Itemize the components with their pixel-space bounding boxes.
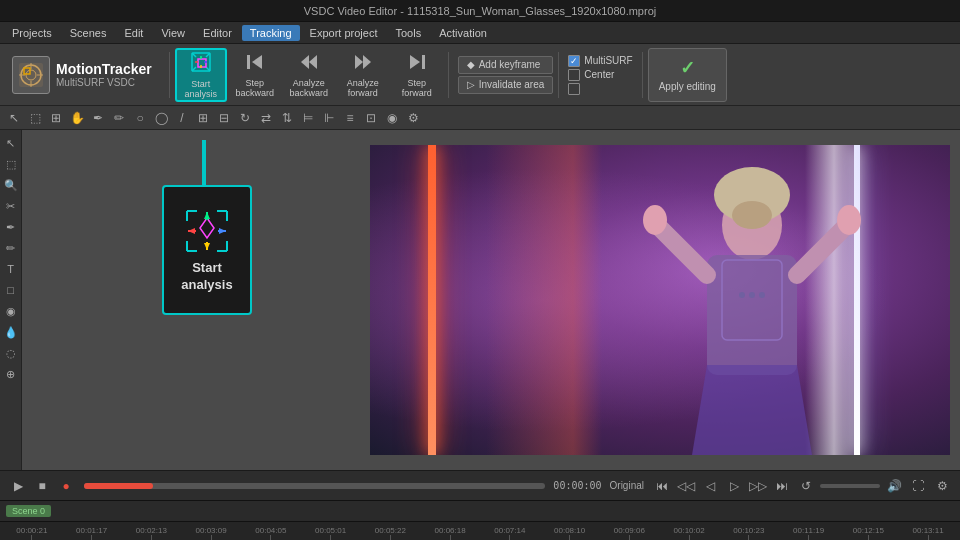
menu-projects[interactable]: Projects (4, 25, 60, 41)
timeline-tick: 00:03:09 (181, 526, 241, 540)
left-pen[interactable]: ✒ (2, 218, 20, 236)
svg-marker-38 (204, 243, 210, 250)
timeline-ruler[interactable]: 00:00:2100:01:1700:02:1300:03:0900:04:05… (2, 522, 958, 540)
menu-editor[interactable]: Editor (195, 25, 240, 41)
prev-frame-btn[interactable]: ⏮ (652, 476, 672, 496)
timeline-tick: 00:10:02 (659, 526, 719, 540)
zoom-tool[interactable]: ⊞ (46, 108, 66, 128)
volume-bar[interactable] (820, 484, 880, 488)
svg-marker-21 (309, 55, 317, 69)
ellipse-tool[interactable]: ◯ (151, 108, 171, 128)
menu-tracking[interactable]: Tracking (242, 25, 300, 41)
left-clone[interactable]: ⊕ (2, 365, 20, 383)
draw-tool[interactable]: ✏ (109, 108, 129, 128)
step-forward-icon (406, 51, 428, 76)
center-row[interactable]: Center (568, 69, 632, 81)
align-tool[interactable]: ⊨ (298, 108, 318, 128)
rotate-tool[interactable]: ↻ (235, 108, 255, 128)
loop-btn[interactable]: ↺ (796, 476, 816, 496)
video-background (370, 145, 950, 455)
left-eyedrop[interactable]: 💧 (2, 323, 20, 341)
timeline-tick: 00:05:01 (301, 526, 361, 540)
left-blur[interactable]: ◌ (2, 344, 20, 362)
logo-subtitle: MultiSURF VSDC (56, 77, 152, 88)
hand-tool[interactable]: ✋ (67, 108, 87, 128)
multisurf-area: ✓ MultiSURF Center (564, 53, 636, 97)
invalidate-icon: ▷ (467, 79, 475, 90)
left-cursor[interactable]: ↖ (2, 134, 20, 152)
stop-btn[interactable]: ■ (32, 476, 52, 496)
svg-rect-18 (247, 55, 250, 69)
separator-4 (642, 52, 643, 98)
left-brush[interactable]: ✏ (2, 239, 20, 257)
analyze-forward-btn[interactable]: Analyze forward (337, 48, 389, 102)
step-backward-btn[interactable]: Step backward (229, 48, 281, 102)
apply-editing-btn[interactable]: ✓ Apply editing (648, 48, 727, 102)
motion-tracker-logo: MotionTracker MultiSURF VSDC (4, 54, 160, 96)
logo-icon (12, 56, 50, 94)
multisurf-checkbox[interactable]: ✓ (568, 55, 580, 67)
fullscreen-btn[interactable]: ⛶ (908, 476, 928, 496)
group-tool[interactable]: ⊡ (361, 108, 381, 128)
invalidate-area-btn[interactable]: ▷ Invalidate area (458, 76, 554, 94)
shape-tool[interactable]: ○ (130, 108, 150, 128)
start-analysis-toolbar-btn[interactable]: Start analysis (175, 48, 227, 102)
woman-figure (637, 165, 867, 455)
select-tool[interactable]: ⬚ (25, 108, 45, 128)
tracker-crosshair-icon (182, 206, 232, 256)
distribute-tool[interactable]: ⊩ (319, 108, 339, 128)
multisurf-row[interactable]: ✓ MultiSURF (568, 55, 632, 67)
cursor-tool[interactable]: ↖ (4, 108, 24, 128)
step-back-btn[interactable]: ◁ (700, 476, 720, 496)
analyze-forward-label: Analyze forward (340, 78, 386, 98)
left-crop[interactable]: ✂ (2, 197, 20, 215)
svg-marker-24 (410, 55, 420, 69)
add-keyframe-btn[interactable]: ◆ Add keyframe (458, 56, 554, 74)
menu-view[interactable]: View (153, 25, 193, 41)
settings-btn[interactable]: ⚙ (932, 476, 952, 496)
fast-forward-btn[interactable]: ▷▷ (748, 476, 768, 496)
analyze-backward-btn[interactable]: Analyze backward (283, 48, 335, 102)
timeline-tick: 00:13:11 (898, 526, 958, 540)
record-btn[interactable]: ● (56, 476, 76, 496)
snap-tool[interactable]: ⊟ (214, 108, 234, 128)
left-select[interactable]: ⬚ (2, 155, 20, 173)
next-frame-btn[interactable]: ⏭ (772, 476, 792, 496)
step-forward-label: Step forward (394, 78, 440, 98)
center-label: Center (584, 69, 614, 80)
svg-point-53 (739, 292, 745, 298)
grid-tool[interactable]: ⊞ (193, 108, 213, 128)
order-tool[interactable]: ≡ (340, 108, 360, 128)
timeline-tick: 00:01:17 (62, 526, 122, 540)
menu-tools[interactable]: Tools (387, 25, 429, 41)
left-shape[interactable]: □ (2, 281, 20, 299)
play-pause-btn[interactable]: ▶ (8, 476, 28, 496)
timeline-tick: 00:12:15 (839, 526, 899, 540)
left-zoom[interactable]: 🔍 (2, 176, 20, 194)
rewind-btn[interactable]: ◁◁ (676, 476, 696, 496)
mirror-tool[interactable]: ⇅ (277, 108, 297, 128)
settings-tool[interactable]: ⚙ (403, 108, 423, 128)
step-forward-btn[interactable]: Step forward (391, 48, 443, 102)
pen-tool[interactable]: ✒ (88, 108, 108, 128)
volume-icon[interactable]: 🔊 (884, 476, 904, 496)
svg-point-55 (759, 292, 765, 298)
start-analysis-canvas-btn[interactable]: Startanalysis (162, 185, 252, 315)
start-analysis-canvas-label: Startanalysis (181, 260, 232, 294)
play-btn[interactable]: ▷ (724, 476, 744, 496)
left-text[interactable]: T (2, 260, 20, 278)
extra-checkbox[interactable] (568, 83, 580, 95)
flip-tool[interactable]: ⇄ (256, 108, 276, 128)
extra-row[interactable] (568, 83, 632, 95)
center-checkbox[interactable] (568, 69, 580, 81)
timeline[interactable]: 00:00:2100:01:1700:02:1300:03:0900:04:05… (0, 522, 960, 540)
color-tool[interactable]: ◉ (382, 108, 402, 128)
menu-scenes[interactable]: Scenes (62, 25, 115, 41)
menu-activation[interactable]: Activation (431, 25, 495, 41)
menu-export[interactable]: Export project (302, 25, 386, 41)
left-fill[interactable]: ◉ (2, 302, 20, 320)
timeline-tick: 00:07:14 (480, 526, 540, 540)
menu-edit[interactable]: Edit (116, 25, 151, 41)
line-tool[interactable]: / (172, 108, 192, 128)
progress-bar[interactable] (84, 483, 545, 489)
